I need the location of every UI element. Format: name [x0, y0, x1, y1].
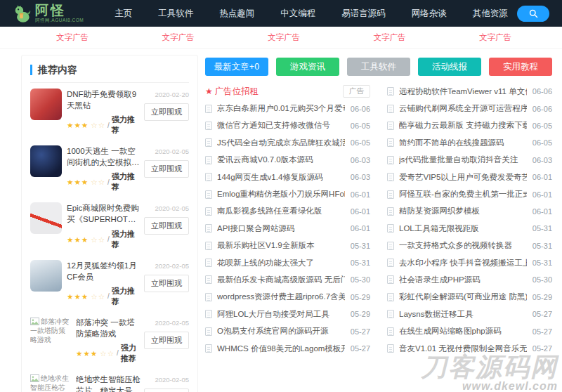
- thumbnail-superhot[interactable]: [30, 202, 62, 234]
- filter-button[interactable]: 最新文章+0: [205, 58, 268, 76]
- nav-item[interactable]: 主页: [115, 8, 132, 20]
- article-title[interactable]: 在线生成网站缩略图php源码: [399, 326, 527, 337]
- recommend-item-body: 绝地求生智能压枪芯片，稳定大号使用，永久免费★★★☆☆/强力推荐: [71, 374, 147, 392]
- article-title[interactable]: 阿狸LOL大厅自动接受对局工具: [217, 309, 345, 320]
- recommend-item: 部落冲突 一款塔防策略游戏部落冲突 一款塔防策略游戏★★★☆☆/强力推荐2020…: [30, 311, 189, 368]
- watch-now-button[interactable]: 立即围观: [144, 103, 189, 121]
- recommend-list: DNF助手免费领取9天黑钻★★★☆☆/强力推荐2020-02-20立即围观100…: [30, 83, 189, 392]
- article-title[interactable]: 爱讯云商城V0.7.0版本源码: [217, 155, 345, 165]
- text-ad-link[interactable]: 文字广告: [374, 32, 406, 43]
- recommend-title[interactable]: DNF助手免费领取9天黑钻: [67, 89, 142, 111]
- article-date: 06-03: [351, 173, 370, 181]
- article-row: Emlog重构精仿老版小刀娱乐网HFoldao模...06-01: [205, 185, 370, 202]
- thumbnail-space-game[interactable]: [30, 145, 62, 177]
- watch-now-button[interactable]: 立即围观: [144, 275, 189, 292]
- article-lists: ★ 广告位招租 广告 京东白条新用户0.01元购买3个月爱奇艺黄...06-06…: [205, 83, 552, 357]
- recommend-badge: 强力推荐: [112, 171, 142, 192]
- article-title[interactable]: 简约而不简单的在线搜题源码: [399, 138, 527, 148]
- article-row: 爱奇艺VIP5以上用户可免费发爱奇艺VIP红包06-01: [387, 169, 552, 185]
- article-title[interactable]: WHMCS 价值98美元的Lagom模板开源: [217, 344, 345, 354]
- article-title[interactable]: 最新伯乐发卡商城高级版源码 无后门: [217, 275, 345, 285]
- article-title[interactable]: wordpress资源付费主题ripro6.7含美化包...: [217, 292, 345, 302]
- recommend-title[interactable]: 绝地求生智能压枪芯片，稳定大号使用，永久免费: [76, 374, 142, 392]
- article-title[interactable]: 微信官方通知已支持修改微信号: [217, 120, 345, 131]
- article-row: 酷享磁力云最新版 支持磁力搜索下载和一...06-05: [387, 117, 552, 134]
- document-icon: [387, 327, 394, 336]
- article-title[interactable]: 一款支持格式众多的视频转换器: [399, 240, 527, 251]
- article-title[interactable]: 音友V1.01 无视付费限制全网音乐无损免费...: [399, 344, 527, 354]
- filter-button[interactable]: 工具软件: [347, 58, 410, 76]
- article-title[interactable]: 花呗新上线的功能太强大了: [217, 258, 345, 268]
- article-title[interactable]: O泡易支付系统官网的源码开源: [217, 326, 345, 337]
- nav-item[interactable]: 其他资源: [473, 8, 508, 20]
- site-logo[interactable]: 阿怪 阿怪网.AGUAI8.COM: [13, 4, 84, 23]
- document-icon: [387, 259, 394, 267]
- rating-divider: /: [107, 122, 110, 129]
- article-title[interactable]: 去水印小程序 快手抖音视频搬运工上热门...: [399, 258, 527, 268]
- recommend-item: DNF助手免费领取9天黑钻★★★☆☆/强力推荐2020-02-20立即围观: [30, 83, 189, 140]
- document-icon: [387, 173, 394, 181]
- recommend-item-meta: 2020-02-05立即围观: [147, 374, 189, 392]
- filter-button[interactable]: 游戏资讯: [276, 58, 339, 76]
- article-title[interactable]: Emlog重构精仿老版小刀娱乐网HFoldao模...: [217, 189, 345, 200]
- article-title[interactable]: 云铺购代刷网系统全开源可运营程序搭建: [399, 103, 527, 114]
- article-title[interactable]: 远程协助软件TeamViewer v11 单文件版: [399, 86, 527, 97]
- broken-thumbnail[interactable]: 部落冲突 一款塔防策略游戏: [30, 317, 71, 351]
- article-row: 微信官方通知已支持修改微信号06-05: [205, 117, 370, 134]
- document-icon: [205, 344, 212, 353]
- nav-item[interactable]: 热点趣闻: [219, 8, 254, 20]
- article-title[interactable]: 144g网页生成v1.4修复版源码: [217, 172, 345, 183]
- filter-button[interactable]: 活动线报: [418, 58, 481, 76]
- article-title[interactable]: js代码批量批量自动取消抖音关注: [399, 155, 527, 165]
- nav-item[interactable]: 中文编程: [280, 8, 315, 20]
- search-button[interactable]: [517, 6, 549, 22]
- broken-thumbnail[interactable]: 绝地求生智能压枪芯片，稳定大号使用，永久免费: [30, 374, 71, 392]
- nav-item[interactable]: 易语言源码: [341, 8, 386, 20]
- nav-item[interactable]: 网络杂谈: [412, 8, 447, 20]
- article-title[interactable]: 爱奇艺VIP5以上用户可免费发爱奇艺VIP红包: [399, 172, 527, 183]
- document-icon: [387, 87, 394, 96]
- article-title[interactable]: JS代码全自动完成京东品牌狂欢城活动任务: [217, 138, 345, 148]
- article-title[interactable]: Laysns数据迁移工具: [399, 309, 527, 320]
- article-list-right: 远程协助软件TeamViewer v11 单文件版06-06云铺购代刷网系统全开…: [387, 83, 552, 357]
- recommend-title[interactable]: 12月灵狐签约领1月CF会员: [67, 260, 142, 282]
- dino-mascot-icon: [13, 4, 32, 23]
- article-date: 06-01: [532, 190, 552, 199]
- main-nav: 主页工具软件热点趣闻中文编程易语言源码网络杂谈其他资源: [115, 8, 508, 20]
- rating-divider: /: [117, 349, 119, 357]
- article-title[interactable]: 南瓜影视多线路任意看绿化版: [217, 206, 345, 216]
- filter-button[interactable]: 实用教程: [489, 58, 552, 76]
- text-ad-link[interactable]: 文字广告: [268, 32, 300, 43]
- recommend-title[interactable]: Epic商城限时免费购买《SUPERHOT》游戏: [67, 202, 142, 225]
- text-ad-link[interactable]: 文字广告: [479, 32, 511, 43]
- watch-now-button[interactable]: 立即围观: [144, 160, 189, 178]
- article-title[interactable]: LOL工具箱无限视距版: [399, 223, 527, 234]
- article-title[interactable]: 最新乐购社区V1.9全新版本: [217, 240, 345, 251]
- watch-now-button[interactable]: 立即围观: [144, 217, 189, 235]
- article-title[interactable]: API接口聚合网站源码: [217, 223, 345, 234]
- watch-now-button[interactable]: 立即围观: [144, 332, 189, 349]
- ad-slot-link[interactable]: 广告位招租: [215, 86, 343, 98]
- article-title[interactable]: 精防某资源网织梦模板: [399, 206, 527, 216]
- recommend-badge: 强力推荐: [121, 343, 142, 364]
- article-title[interactable]: 彩虹代刷全解源码(可商业用途 防黑): [399, 292, 527, 302]
- watch-now-button[interactable]: 立即围观: [144, 388, 189, 392]
- thumbnail-cf[interactable]: [30, 260, 62, 292]
- article-title[interactable]: 社会语录生成PHP源码: [399, 275, 527, 285]
- rating-divider: /: [107, 178, 110, 186]
- article-title[interactable]: 京东白条新用户0.01元购买3个月爱奇艺黄...: [217, 103, 345, 114]
- article-title[interactable]: 阿怪互联-自家的免费主机第一批正式开启: [399, 189, 527, 200]
- thumbnail-dnf-posters[interactable]: [30, 89, 62, 120]
- rating-row: ★★★☆☆/强力推荐: [67, 171, 142, 192]
- recommend-item-meta: 2020-02-05立即围观: [147, 145, 189, 192]
- text-ad-link[interactable]: 文字广告: [162, 32, 195, 43]
- text-ad-link[interactable]: 文字广告: [56, 32, 89, 43]
- recommend-title[interactable]: 1000天逃生 一款空间街机的太空模拟经营游戏: [67, 145, 142, 168]
- document-icon: [387, 105, 394, 113]
- star-filled-icons: ★★★: [76, 349, 98, 358]
- article-row: API接口聚合网站源码06-01: [205, 220, 370, 237]
- nav-item[interactable]: 工具软件: [158, 8, 193, 20]
- article-title[interactable]: 酷享磁力云最新版 支持磁力搜索下载和一...: [399, 120, 527, 131]
- article-row: JS代码全自动完成京东品牌狂欢城活动任务06-05: [205, 134, 370, 151]
- recommend-title[interactable]: 部落冲突 一款塔防策略游戏: [76, 317, 142, 339]
